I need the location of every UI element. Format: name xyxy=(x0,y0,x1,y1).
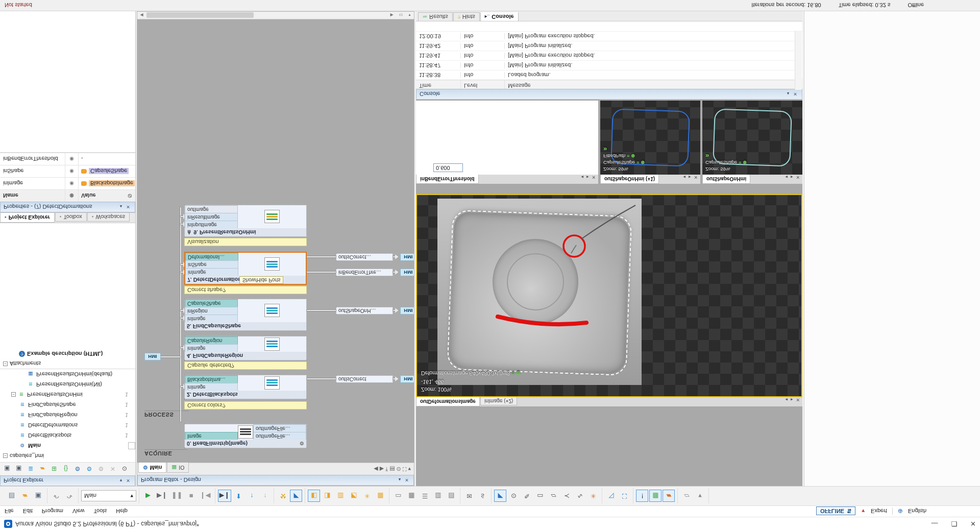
mail-icon[interactable]: ✉ xyxy=(463,490,475,502)
port-CapsuleShape[interactable]: CapsuleShape xyxy=(185,299,238,307)
port-inImage[interactable]: inImage xyxy=(185,344,238,352)
histogram-icon[interactable]: ✳ xyxy=(587,490,599,502)
tab-toolbox[interactable]: ▪Toolbox xyxy=(55,213,87,222)
thumb-tab-outshapeonhmi[interactable]: outShapeOnHmi xyxy=(702,175,750,184)
new-page-icon[interactable]: ▤ xyxy=(6,490,18,502)
console-close-icon[interactable]: ✕ xyxy=(792,91,799,98)
close-view-icon[interactable]: ✕ xyxy=(694,175,698,180)
bend-error-threshold-input[interactable]: 0.600 xyxy=(433,163,463,172)
diagnostic-wrench-icon[interactable]: ⚒ xyxy=(277,490,289,502)
zoom-menu-icon[interactable]: ▾ xyxy=(406,12,413,18)
editor-collapse-icon[interactable]: ▴ xyxy=(396,477,403,484)
properties-close-icon[interactable]: ✕ xyxy=(125,204,132,211)
hmi-port-cell-inBendErrorThre[interactable]: inBendErrorThre… xyxy=(336,269,393,276)
console-row[interactable]: 11:58:38InfoLoaded program. xyxy=(416,70,802,80)
port-inShape[interactable]: inShape xyxy=(185,260,238,268)
hmi-port-cell-outShapeOnH[interactable]: outShapeOnH… xyxy=(336,307,393,315)
view-hmi-icon[interactable]: ▤ xyxy=(445,490,457,502)
profile-icon[interactable]: ∿ xyxy=(574,490,586,502)
console-scrollbar[interactable] xyxy=(795,31,802,90)
tree-item-presentresultsonhmi[interactable]: −≣PresentResultsOnHmi1 xyxy=(0,390,135,400)
zoom-fit-icon[interactable]: ⛶ xyxy=(618,490,630,502)
menu-tools[interactable]: Tools xyxy=(89,507,112,516)
ruler-icon[interactable]: ▱ xyxy=(547,490,559,502)
pointer-tool-icon[interactable]: ◤ xyxy=(494,490,506,502)
tree-item-detectblackspots[interactable]: ≣DetectBlackspots1 xyxy=(0,430,135,441)
tree-item-detectdeformations[interactable]: ≣DetectDeformations1 xyxy=(0,420,135,430)
filter-block-0-readfilmstrip-image-[interactable]: 0. ReadFilmstrip(Image)⚙ImageoutImageFil… xyxy=(184,424,307,448)
tree-item-example-description-html-[interactable]: ?Example description (HTML) xyxy=(0,349,135,359)
console-tab-console[interactable]: ▸_Console xyxy=(480,12,519,21)
panel-close-icon[interactable]: ✕ xyxy=(125,477,132,485)
view-rows-icon[interactable]: ☰ xyxy=(419,490,431,502)
filter-block-9-presentresultsonhmi[interactable]: ⋔9. PresentResultsOnHmiinInputImageinRes… xyxy=(184,205,307,237)
delete-icon[interactable]: ✕ xyxy=(107,464,118,475)
minimize-button[interactable]: — xyxy=(931,520,938,528)
comment[interactable]: Correct colors? xyxy=(184,401,307,409)
thumb-view-2[interactable]: Zoom: 59%CapsuleShape ≡ ⊗» xyxy=(702,101,802,175)
comment[interactable]: Visualization xyxy=(184,238,307,246)
port-inInputImage[interactable]: inInputImage xyxy=(185,221,238,228)
port-outImageFile[interactable]: outImageFile… xyxy=(253,424,306,432)
port-BlackspotsIma[interactable]: BlackspotsIma… xyxy=(185,375,238,383)
tree-item-capsules-hmi[interactable]: −capsules_hmi xyxy=(0,451,135,461)
tree-item-main[interactable]: ⚙Main xyxy=(0,441,135,451)
tree-item-presentresultsonhmi-default-[interactable]: ▦PresentResultsOnHmi(default) xyxy=(0,369,135,379)
eye-icon[interactable]: ◉ xyxy=(65,153,79,165)
console-row[interactable]: 12:00:19Info[Main] Program execution sto… xyxy=(416,31,802,41)
info-overlay-icon[interactable]: ! xyxy=(636,490,648,502)
zoom-in-icon[interactable]: ◹ xyxy=(605,490,617,502)
tree-item-findcapsuleregion[interactable]: ≣FindCapsuleRegion1 xyxy=(0,410,135,420)
close-view-icon[interactable]: ✕ xyxy=(796,397,800,402)
ed-more-icon[interactable]: ▾ xyxy=(408,466,411,472)
ed-back-icon[interactable]: ◀ xyxy=(374,466,378,472)
tab-workspaces[interactable]: ▪Workspaces xyxy=(87,213,130,222)
menu-help[interactable]: Help xyxy=(111,507,132,516)
properties-collapse-icon[interactable]: ▴ xyxy=(117,204,125,211)
layout-2-icon[interactable]: ◨ xyxy=(321,490,333,502)
port-outImage[interactable]: outImage xyxy=(185,205,238,213)
redo-icon[interactable]: ↷ xyxy=(63,490,76,502)
save-icon[interactable]: ▣ xyxy=(32,490,44,502)
console-collapse-icon[interactable]: ▴ xyxy=(785,91,792,98)
pause-icon[interactable]: ❚❚ xyxy=(170,490,184,502)
find-icon[interactable]: ⊙ xyxy=(119,464,130,475)
tree-item-findcapsuleshape[interactable]: ≣FindCapsuleShape1 xyxy=(0,400,135,410)
close-view-icon[interactable]: ✕ xyxy=(592,175,596,180)
offline-toggle[interactable]: OFFLINE⇅ xyxy=(816,507,855,516)
ed-zoom-icon[interactable]: ⊙ xyxy=(397,466,401,472)
add-step-icon[interactable]: ≣ xyxy=(25,464,36,475)
undo-icon[interactable]: ↶ xyxy=(50,490,62,502)
no-overlay-icon[interactable]: ▱ xyxy=(680,490,693,502)
view-grid-icon[interactable]: ▦ xyxy=(405,490,418,502)
disable-overlay-icon[interactable]: ⊗ xyxy=(516,370,521,376)
hmi-chip[interactable]: HMI xyxy=(400,253,414,261)
hmi-chip[interactable]: HMI xyxy=(400,307,414,315)
add-macrofilter-icon[interactable]: ▣ xyxy=(2,464,13,475)
view-single-icon[interactable]: ▭ xyxy=(392,490,404,502)
port-inResultImage[interactable]: inResultImage xyxy=(185,213,238,221)
eye-icon[interactable]: ◉ xyxy=(65,165,79,177)
console-row[interactable]: 11:59:42Info[Main] Program initialized. xyxy=(416,41,802,51)
editor-tab-main[interactable]: ⚙Main xyxy=(138,463,166,473)
tab-inimage[interactable]: inImage (+2) xyxy=(480,397,517,405)
marker-pen-icon[interactable]: ▰ xyxy=(663,490,675,502)
comment[interactable]: Capsule detected? xyxy=(184,361,307,370)
thumb-tab-inbenderrorthreshold[interactable]: inBendErrorThreshold xyxy=(416,175,479,184)
language-select[interactable]: English xyxy=(908,508,926,514)
add-module-icon[interactable]: ⚙ xyxy=(72,464,83,475)
hmi-chip[interactable]: HMI xyxy=(400,375,414,383)
add-variant-macro-icon[interactable]: ▣ xyxy=(13,464,24,475)
hmi-chip[interactable]: HMI xyxy=(400,269,414,276)
port-inImage[interactable]: inImage xyxy=(185,268,238,276)
caliper-icon[interactable]: ≺ xyxy=(560,490,573,502)
filter-block-4-findcapsuleregion[interactable]: 4. FindCapsuleRegioninImageCapsuleRegion xyxy=(184,336,307,360)
hmi-source-chip[interactable]: HMI xyxy=(144,353,161,360)
port-CapsuleRegion[interactable]: CapsuleRegion xyxy=(185,336,238,344)
console-tab-hints[interactable]: ?Hints xyxy=(453,12,480,21)
tree-item-attachments[interactable]: −Attachments xyxy=(0,359,135,369)
hmi-port-cell-outIsCorrect[interactable]: outIsCorrect xyxy=(336,375,393,383)
port-inImage[interactable]: inImage xyxy=(185,383,238,391)
values-overlay-icon[interactable]: ▦ xyxy=(649,490,662,502)
ed-up-icon[interactable]: ⤒ xyxy=(385,466,388,472)
